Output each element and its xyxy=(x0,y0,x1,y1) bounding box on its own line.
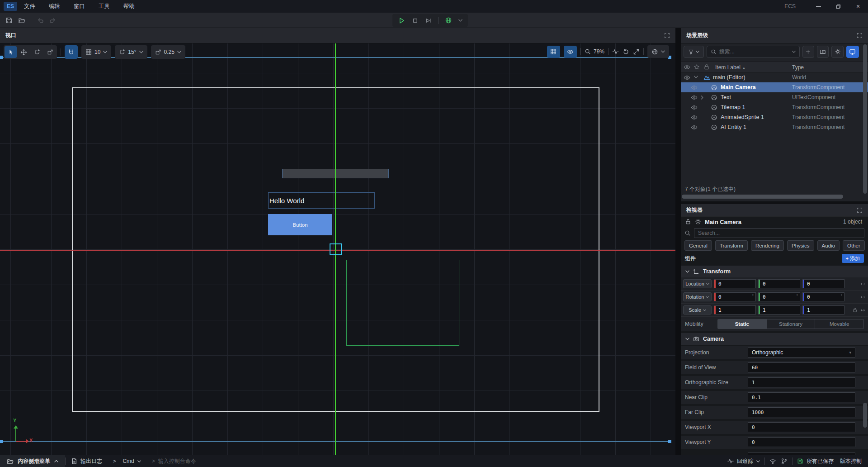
eye-icon[interactable] xyxy=(691,114,698,121)
branch-icon[interactable] xyxy=(781,458,788,465)
tab-other[interactable]: Other xyxy=(843,240,865,251)
viewport-x-field[interactable]: 0 xyxy=(748,422,855,432)
grid-toggle-button[interactable] xyxy=(547,46,560,58)
sync-view-button[interactable] xyxy=(846,46,859,58)
add-component-button[interactable]: + 添加 xyxy=(842,254,864,263)
scale-y-field[interactable]: 1 xyxy=(758,305,800,315)
cmd-dropdown[interactable]: >_ Cmd xyxy=(108,458,146,464)
inspector-search-box[interactable] xyxy=(694,228,864,238)
hierarchy-row-ai-entity[interactable]: AI Entity 1 TransformComponent xyxy=(681,122,868,132)
expand-panel-icon[interactable] xyxy=(857,207,863,213)
mobility-movable[interactable]: Movable xyxy=(815,319,863,329)
eye-icon[interactable] xyxy=(691,124,698,131)
save-icon[interactable] xyxy=(5,17,13,24)
scene-canvas[interactable]: Hello World Button Y X 10 xyxy=(0,43,675,455)
mobility-static[interactable]: Static xyxy=(718,319,767,329)
scale-dropdown[interactable]: Scale xyxy=(683,305,712,315)
rotation-y-field[interactable]: 0° xyxy=(758,292,800,301)
selection-pivot-box[interactable] xyxy=(330,243,342,255)
menu-window[interactable]: 窗口 xyxy=(67,0,92,13)
link-axes-icon[interactable] xyxy=(860,281,866,287)
hierarchy-search-input[interactable] xyxy=(719,48,789,55)
eye-column-icon[interactable] xyxy=(684,64,690,71)
lock-icon[interactable] xyxy=(685,219,691,225)
version-control-button[interactable]: 版本控制 xyxy=(838,457,863,465)
collider-rect-object[interactable] xyxy=(346,260,459,346)
link-axes-icon[interactable] xyxy=(860,294,866,300)
chevron-down-icon[interactable] xyxy=(458,19,462,22)
ui-button-object[interactable]: Button xyxy=(268,214,332,235)
expand-panel-icon[interactable] xyxy=(857,33,863,38)
panel-splitter[interactable] xyxy=(675,28,681,455)
gear-icon[interactable] xyxy=(695,219,701,225)
snap-toggle-button[interactable] xyxy=(65,45,78,59)
hierarchy-row-tilemap[interactable]: Tilemap 1 TransformComponent xyxy=(681,102,868,112)
location-dropdown[interactable]: Location xyxy=(683,279,712,288)
far-clip-field[interactable]: 1000 xyxy=(748,407,855,417)
star-column-icon[interactable] xyxy=(693,64,700,70)
app-logo[interactable]: ES xyxy=(4,2,17,11)
menu-tools[interactable]: 工具 xyxy=(92,0,117,13)
save-status[interactable]: 所有已保存 xyxy=(797,457,834,465)
near-clip-field[interactable]: 0.1 xyxy=(748,392,855,402)
select-tool-button[interactable] xyxy=(5,46,17,58)
hierarchy-settings-button[interactable] xyxy=(831,46,843,58)
camera-section-header[interactable]: Camera xyxy=(681,333,868,345)
backtrace-dropdown[interactable]: 回追踪 xyxy=(727,457,760,465)
tab-rendering[interactable]: Rendering xyxy=(751,240,784,251)
scale-x-field[interactable]: 1 xyxy=(714,305,756,315)
eye-icon[interactable] xyxy=(691,104,698,111)
eye-icon[interactable] xyxy=(684,74,690,81)
stats-pulse-icon[interactable] xyxy=(612,48,619,55)
grid-snap-dropdown[interactable]: 10 xyxy=(81,45,111,59)
inspector-vscrollbar[interactable] xyxy=(863,403,867,428)
field-of-view-field[interactable]: 60 xyxy=(748,362,855,372)
mobility-stationary[interactable]: Stationary xyxy=(767,319,816,329)
redo-icon[interactable] xyxy=(49,17,57,24)
new-folder-button[interactable] xyxy=(817,46,829,58)
reset-view-icon[interactable] xyxy=(623,48,629,55)
filter-dropdown-button[interactable] xyxy=(684,46,704,58)
tab-physics[interactable]: Physics xyxy=(787,240,814,251)
eye-icon[interactable] xyxy=(691,84,698,91)
world-mode-dropdown[interactable] xyxy=(647,45,669,58)
menu-file[interactable]: 文件 xyxy=(17,0,42,13)
stop-button[interactable] xyxy=(412,17,419,24)
scale-snap-dropdown[interactable]: 0.25 xyxy=(151,45,185,59)
hierarchy-search[interactable] xyxy=(707,46,800,58)
column-type[interactable]: Type xyxy=(792,64,804,71)
link-axes-icon[interactable] xyxy=(860,307,866,313)
play-button[interactable] xyxy=(398,17,406,24)
content-drawer-button[interactable]: 内容侧滑菜单 xyxy=(0,455,65,467)
menu-help[interactable]: 帮助 xyxy=(117,0,142,13)
network-icon[interactable] xyxy=(769,458,776,465)
scrollbar-thumb[interactable] xyxy=(682,195,843,199)
scale-tool-button[interactable] xyxy=(44,46,56,58)
add-entity-button[interactable] xyxy=(802,46,814,58)
eye-icon[interactable] xyxy=(691,94,698,101)
fullscreen-icon[interactable] xyxy=(633,48,640,55)
zoom-control[interactable]: 79% xyxy=(585,48,604,55)
expand-panel-icon[interactable] xyxy=(664,33,670,38)
lock-column-icon[interactable] xyxy=(703,64,710,70)
close-button[interactable]: × xyxy=(848,0,868,13)
tab-general[interactable]: General xyxy=(684,240,712,251)
tab-transform[interactable]: Transform xyxy=(715,240,748,251)
rotation-x-field[interactable]: 0° xyxy=(714,292,756,301)
hierarchy-row-world[interactable]: main (Editor) World xyxy=(681,72,868,82)
viewport-y-field[interactable]: 0 xyxy=(748,437,855,447)
rotation-dropdown[interactable]: Rotation xyxy=(683,292,712,301)
rotate-tool-button[interactable] xyxy=(31,46,43,58)
rotate-snap-dropdown[interactable]: 15° xyxy=(115,45,147,59)
lock-scale-icon[interactable] xyxy=(852,307,858,313)
menu-edit[interactable]: 编辑 xyxy=(42,0,67,13)
hierarchy-row-text[interactable]: Text UITextComponent xyxy=(681,92,868,102)
hierarchy-vscrollbar[interactable] xyxy=(863,44,867,194)
chevron-down-icon[interactable] xyxy=(694,76,698,78)
chevron-right-icon[interactable] xyxy=(701,95,703,100)
visibility-toggle-button[interactable] xyxy=(564,46,577,58)
console-command-input[interactable]: > 输入控制台命令 xyxy=(146,457,202,465)
location-z-field[interactable]: 0 xyxy=(802,279,844,288)
selection-handle[interactable] xyxy=(668,440,671,443)
projection-select[interactable]: Orthographic ▾ xyxy=(748,348,855,357)
